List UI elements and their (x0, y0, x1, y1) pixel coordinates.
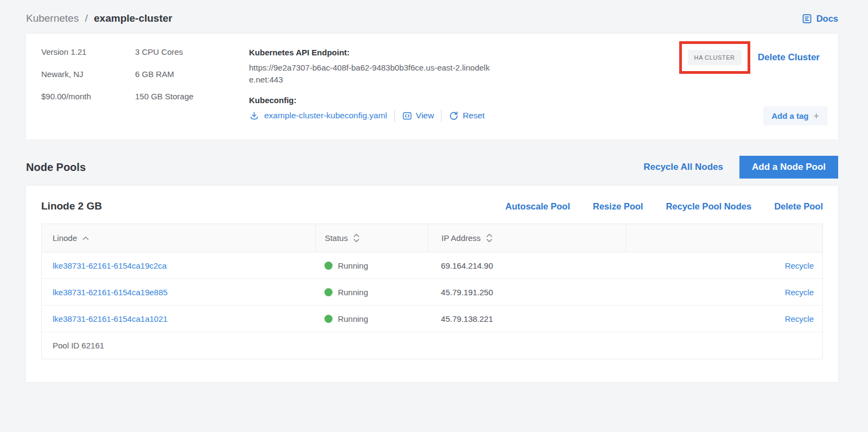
recycle-node-button[interactable]: Recycle (785, 261, 814, 270)
cluster-version: Version 1.21 (41, 48, 135, 56)
sort-both-icon[interactable] (353, 233, 360, 243)
recycle-all-nodes-button[interactable]: Recycle All Nodes (643, 162, 723, 173)
linode-column-label: Linode (53, 233, 77, 243)
cluster-summary-card: Version 1.21 Newark, NJ $90.00/month 3 C… (26, 34, 838, 139)
column-header-ip-address[interactable]: IP Address (427, 224, 626, 252)
summary-right-column: HA CLUSTER Delete Cluster Add a tag + (679, 41, 827, 126)
status-running-icon (324, 288, 333, 296)
topbar: Kubernetes / example-cluster Docs (26, 9, 838, 28)
plus-icon: + (813, 112, 819, 120)
kubeconfig-actions-row: example-cluster-kubeconfig.yaml View (249, 110, 515, 122)
breadcrumb-current-cluster: example-cluster (94, 12, 173, 24)
code-view-icon (402, 111, 412, 121)
kubernetes-cluster-detail-page: Kubernetes / example-cluster Docs Versio… (0, 0, 868, 382)
reset-refresh-icon (449, 111, 459, 121)
breadcrumb: Kubernetes / example-cluster (26, 12, 173, 24)
node-pools-actions: Recycle All Nodes Add a Node Pool (643, 156, 838, 179)
status-column-label: Status (325, 233, 348, 243)
ip-address-column-label: IP Address (442, 233, 481, 243)
delete-pool-button[interactable]: Delete Pool (774, 201, 823, 212)
api-endpoint-url: https://9e2a7307-b6ac-408f-ba62-9483b0b3… (249, 62, 496, 86)
cluster-specs-column-2: 3 CPU Cores 6 GB RAM 150 GB Storage (135, 48, 249, 126)
recycle-node-button[interactable]: Recycle (785, 288, 814, 297)
autoscale-pool-button[interactable]: Autoscale Pool (506, 201, 570, 212)
add-node-pool-button[interactable]: Add a Node Pool (739, 156, 838, 179)
status-running-icon (324, 315, 333, 323)
docs-document-icon (801, 13, 813, 24)
cluster-specs-column-1: Version 1.21 Newark, NJ $90.00/month (41, 48, 135, 126)
add-tag-button[interactable]: Add a tag + (763, 106, 827, 125)
sort-both-icon[interactable] (486, 233, 493, 243)
table-footer-row: Pool ID 62161 (42, 332, 822, 359)
node-pools-title: Node Pools (26, 161, 86, 174)
api-endpoint-label: Kubernetes API Endpoint: (249, 48, 515, 57)
resize-pool-button[interactable]: Resize Pool (593, 201, 643, 212)
breadcrumb-kubernetes-link[interactable]: Kubernetes (26, 12, 79, 24)
recycle-node-button[interactable]: Recycle (785, 314, 814, 323)
cluster-region: Newark, NJ (41, 70, 135, 79)
node-link[interactable]: lke38731-62161-6154ca19c2ca (53, 261, 167, 270)
node-status: Running (338, 261, 368, 270)
sort-ascending-icon[interactable] (82, 236, 90, 240)
node-status: Running (338, 314, 368, 323)
kubeconfig-label: Kubeconfig: (249, 96, 515, 105)
table-row: lke38731-62161-6154ca19e885 Running 45.7… (42, 279, 822, 306)
reset-kubeconfig-button[interactable]: Reset (449, 111, 485, 121)
breadcrumb-separator: / (85, 12, 87, 24)
node-link[interactable]: lke38731-62161-6154ca19e885 (53, 288, 168, 297)
endpoint-block: Kubernetes API Endpoint: https://9e2a730… (249, 48, 515, 126)
node-ip-address: 69.164.214.90 (441, 261, 493, 270)
cluster-storage: 150 GB Storage (135, 92, 249, 101)
node-pool-table: Linode Status (41, 224, 823, 359)
reset-label: Reset (463, 111, 485, 120)
recycle-pool-nodes-button[interactable]: Recycle Pool Nodes (666, 201, 751, 212)
node-status: Running (338, 288, 368, 297)
view-kubeconfig-button[interactable]: View (402, 111, 434, 121)
add-tag-label: Add a tag (771, 111, 808, 120)
pool-name: Linode 2 GB (41, 200, 102, 212)
pool-header: Linode 2 GB Autoscale Pool Resize Pool R… (41, 200, 823, 212)
divider (441, 110, 442, 122)
ha-cluster-highlight-box: HA CLUSTER (679, 41, 750, 74)
table-row: lke38731-62161-6154ca1a1021 Running 45.7… (42, 306, 822, 332)
docs-label: Docs (816, 14, 838, 24)
docs-link[interactable]: Docs (801, 13, 838, 24)
ha-cluster-badge: HA CLUSTER (688, 50, 742, 65)
summary-right-top-row: HA CLUSTER Delete Cluster (679, 41, 827, 74)
table-row: lke38731-62161-6154ca19c2ca Running 69.1… (42, 252, 822, 279)
node-pool-card: Linode 2 GB Autoscale Pool Resize Pool R… (26, 186, 838, 382)
pool-id: Pool ID 62161 (53, 341, 104, 350)
cluster-ram: 6 GB RAM (135, 70, 249, 79)
download-icon (249, 111, 259, 121)
pool-action-links: Autoscale Pool Resize Pool Recycle Pool … (506, 201, 823, 212)
column-header-linode[interactable]: Linode (42, 224, 315, 252)
column-header-status[interactable]: Status (315, 224, 427, 252)
node-ip-address: 45.79.138.221 (441, 314, 493, 323)
status-running-icon (324, 262, 333, 270)
divider (394, 110, 395, 122)
kubeconfig-filename: example-cluster-kubeconfig.yaml (264, 111, 387, 120)
kubeconfig-download-link[interactable]: example-cluster-kubeconfig.yaml (249, 111, 387, 121)
column-header-actions (626, 224, 822, 252)
node-ip-address: 45.79.191.250 (441, 288, 493, 297)
view-label: View (416, 111, 434, 120)
cluster-cpu: 3 CPU Cores (135, 48, 249, 56)
table-header-row: Linode Status (42, 224, 822, 252)
cluster-price: $90.00/month (41, 92, 135, 101)
node-link[interactable]: lke38731-62161-6154ca1a1021 (53, 314, 168, 323)
delete-cluster-button[interactable]: Delete Cluster (758, 52, 820, 63)
node-pools-section-header: Node Pools Recycle All Nodes Add a Node … (26, 156, 838, 179)
